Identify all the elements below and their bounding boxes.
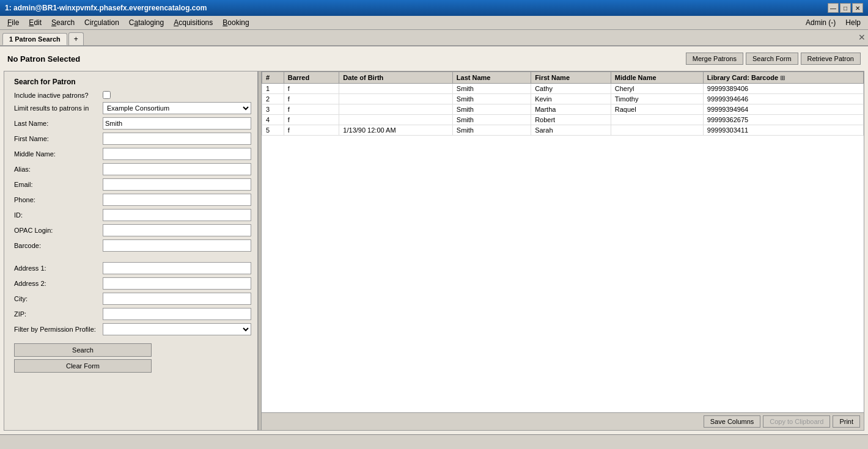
cell-barred: f bbox=[284, 84, 339, 94]
cell-barred: f bbox=[284, 115, 339, 125]
copy-to-clipboard-button[interactable]: Copy to Clipboard bbox=[763, 415, 830, 428]
last-name-label: Last Name: bbox=[14, 120, 103, 127]
window-title: 1: admin@BR1-winxpvmfx.phasefx.evergreen… bbox=[5, 4, 207, 12]
cell-dob: 1/13/90 12:00 AM bbox=[339, 125, 453, 136]
cell-first_name: Robert bbox=[531, 115, 611, 125]
opac-login-label: OPAC Login: bbox=[14, 227, 103, 234]
merge-patrons-button[interactable]: Merge Patrons bbox=[686, 53, 743, 65]
address1-label: Address 1: bbox=[14, 265, 103, 272]
results-table-container[interactable]: # Barred Date of Birth Last Name First N… bbox=[262, 71, 864, 412]
col-header-middle-name[interactable]: Middle Name bbox=[611, 72, 703, 84]
tab-close-icon[interactable]: ✕ bbox=[858, 32, 866, 42]
no-patron-label: No Patron Selected bbox=[7, 54, 80, 64]
content-area: Search for Patron Include inactive patro… bbox=[4, 71, 864, 431]
search-button[interactable]: Search bbox=[14, 343, 152, 357]
id-input[interactable] bbox=[103, 209, 251, 221]
table-row[interactable]: 1fSmithCathyCheryl99999389406 bbox=[262, 84, 864, 94]
menu-circulation[interactable]: Circulation bbox=[79, 17, 124, 28]
save-columns-button[interactable]: Save Columns bbox=[704, 415, 761, 428]
cell-dob bbox=[339, 84, 453, 94]
menu-acquisitions[interactable]: Acquisitions bbox=[169, 17, 218, 28]
search-form-button[interactable]: Search Form bbox=[746, 53, 798, 65]
cell-last_name: Smith bbox=[452, 84, 531, 94]
alias-label: Alias: bbox=[14, 166, 103, 173]
include-inactive-checkbox[interactable] bbox=[103, 91, 111, 99]
col-header-first-name[interactable]: First Name bbox=[531, 72, 611, 84]
col-header-num[interactable]: # bbox=[262, 72, 284, 84]
address1-input[interactable] bbox=[103, 262, 251, 274]
menu-search[interactable]: Search bbox=[46, 17, 79, 28]
col-header-barred[interactable]: Barred bbox=[284, 72, 339, 84]
zip-label: ZIP: bbox=[14, 310, 103, 318]
bottom-bar: Save Columns Copy to Clipboard Print bbox=[262, 412, 864, 430]
barcode-input[interactable] bbox=[103, 239, 251, 252]
city-row: City: bbox=[14, 293, 251, 305]
table-row[interactable]: 2fSmithKevinTimothy99999394646 bbox=[262, 94, 864, 104]
menu-help[interactable]: Help bbox=[840, 17, 866, 28]
zip-input[interactable] bbox=[103, 308, 251, 320]
cell-first_name: Cathy bbox=[531, 84, 611, 94]
action-buttons: Search Clear Form bbox=[14, 343, 251, 373]
header-buttons: Merge Patrons Search Form Retrieve Patro… bbox=[686, 53, 861, 65]
tab-add-button[interactable]: + bbox=[68, 32, 84, 45]
retrieve-patron-button[interactable]: Retrieve Patron bbox=[801, 53, 861, 65]
first-name-input[interactable] bbox=[103, 133, 251, 145]
search-form-title: Search for Patron bbox=[14, 78, 251, 86]
cell-middle_name bbox=[611, 125, 703, 136]
email-input[interactable] bbox=[103, 178, 251, 191]
first-name-row: First Name: bbox=[14, 133, 251, 145]
maximize-button[interactable]: □ bbox=[840, 3, 851, 13]
cell-num: 5 bbox=[262, 125, 284, 136]
close-button[interactable]: ✕ bbox=[852, 3, 863, 13]
last-name-input[interactable] bbox=[103, 117, 251, 130]
first-name-label: First Name: bbox=[14, 135, 103, 142]
cell-middle_name bbox=[611, 115, 703, 125]
cell-dob bbox=[339, 104, 453, 115]
cell-dob bbox=[339, 94, 453, 104]
cell-dob bbox=[339, 115, 453, 125]
consortium-select[interactable]: Example Consortium bbox=[103, 102, 251, 114]
col-header-dob[interactable]: Date of Birth bbox=[339, 72, 453, 84]
table-row[interactable]: 5f1/13/90 12:00 AMSmithSarah99999303411 bbox=[262, 125, 864, 136]
minimize-button[interactable]: — bbox=[828, 3, 839, 13]
filter-select[interactable] bbox=[103, 323, 251, 335]
table-row[interactable]: 3fSmithMarthaRaquel99999394964 bbox=[262, 104, 864, 115]
menu-admin[interactable]: Admin (-) bbox=[801, 17, 840, 28]
city-input[interactable] bbox=[103, 293, 251, 305]
cell-barred: f bbox=[284, 104, 339, 115]
include-inactive-label: Include inactive patrons? bbox=[14, 92, 103, 99]
filter-row: Filter by Permission Profile: bbox=[14, 323, 251, 335]
table-row[interactable]: 4fSmithRobert99999362675 bbox=[262, 115, 864, 125]
address2-label: Address 2: bbox=[14, 280, 103, 287]
zip-row: ZIP: bbox=[14, 308, 251, 320]
col-header-last-name[interactable]: Last Name bbox=[452, 72, 531, 84]
alias-input[interactable] bbox=[103, 163, 251, 175]
print-button[interactable]: Print bbox=[833, 415, 860, 428]
title-bar: 1: admin@BR1-winxpvmfx.phasefx.evergreen… bbox=[0, 0, 868, 16]
clear-form-button[interactable]: Clear Form bbox=[14, 359, 152, 373]
cell-middle_name: Raquel bbox=[611, 104, 703, 115]
opac-login-input[interactable] bbox=[103, 224, 251, 236]
cell-num: 1 bbox=[262, 84, 284, 94]
cell-num: 2 bbox=[262, 94, 284, 104]
tab-patron-search[interactable]: 1 Patron Search bbox=[2, 33, 67, 45]
cell-first_name: Kevin bbox=[531, 94, 611, 104]
middle-name-row: Middle Name: bbox=[14, 148, 251, 160]
include-inactive-row: Include inactive patrons? bbox=[14, 91, 251, 99]
phone-input[interactable] bbox=[103, 194, 251, 206]
cell-last_name: Smith bbox=[452, 115, 531, 125]
main-content: No Patron Selected Merge Patrons Search … bbox=[0, 46, 868, 434]
col-header-barcode[interactable]: Library Card: Barcode ⊞ bbox=[703, 72, 863, 84]
window-controls: — □ ✕ bbox=[828, 3, 863, 13]
menu-bar: File Edit Search Circulation Cataloging … bbox=[0, 16, 868, 30]
address2-input[interactable] bbox=[103, 277, 251, 290]
menu-file[interactable]: File bbox=[2, 17, 24, 28]
menu-booking[interactable]: Booking bbox=[218, 17, 254, 28]
middle-name-input[interactable] bbox=[103, 148, 251, 160]
cell-last_name: Smith bbox=[452, 94, 531, 104]
cell-barcode: 99999389406 bbox=[703, 84, 863, 94]
cell-first_name: Sarah bbox=[531, 125, 611, 136]
menu-cataloging[interactable]: Cataloging bbox=[124, 17, 169, 28]
menu-edit[interactable]: Edit bbox=[24, 17, 46, 28]
middle-name-label: Middle Name: bbox=[14, 150, 103, 158]
